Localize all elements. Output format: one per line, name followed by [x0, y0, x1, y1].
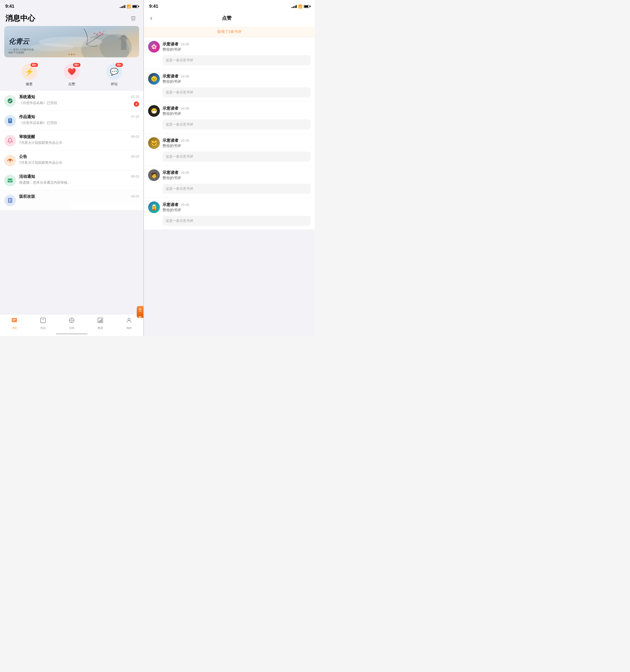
nav-activity[interactable]: 活动: [57, 317, 86, 330]
svg-point-5: [96, 33, 98, 35]
right-signal-icon: [291, 5, 297, 8]
right-status-icons: 📶: [291, 4, 309, 8]
nav-works-label: 作品: [40, 326, 46, 330]
review-date: 08-03: [131, 135, 139, 139]
like-user-info-3: 示意读者16:08 赞你的书评: [162, 106, 311, 116]
avatar-4: 🐱: [148, 137, 160, 149]
like-action-5: 赞你的书评: [162, 176, 311, 181]
banner[interactable]: 化青云 ——是何1.5万播冲分成 精彩千字[刷新]: [4, 26, 139, 57]
category-urge[interactable]: ⚡ 99+ 催更: [21, 64, 37, 87]
svg-rect-17: [9, 118, 9, 119]
category-row: ⚡ 99+ 催更 ❤️ 99+ 点赞 💬 99+ 评论: [0, 62, 143, 91]
system-icon: [4, 95, 16, 107]
banner-dot-2: [71, 54, 72, 55]
notif-review[interactable]: 审核提醒 7月星火计划拟获奖作品公示 08-03: [0, 130, 143, 150]
svg-text:😐: 😐: [151, 76, 158, 82]
svg-point-4: [99, 31, 101, 34]
trash-icon[interactable]: [129, 14, 138, 23]
messages-icon: [11, 317, 18, 325]
category-comment[interactable]: 💬 99+ 评论: [106, 64, 122, 87]
svg-point-13: [8, 98, 13, 103]
nav-data[interactable]: 数据: [86, 317, 115, 330]
svg-rect-34: [100, 320, 101, 322]
announce-icon: [4, 155, 16, 166]
left-status-bar: 9:41 📶: [0, 0, 143, 10]
left-panel: 9:41 📶 消息中心: [0, 0, 143, 336]
review-desc: 7月星火计划拟获奖作品公示: [19, 140, 139, 145]
system-desc: 《示意作品名称》已完结: [19, 101, 139, 105]
announce-date: 08-03: [131, 155, 139, 159]
system-unread: 2: [134, 101, 139, 107]
notif-work[interactable]: 作品通知 《示意作品名称》已完结 07-25: [0, 111, 143, 130]
left-status-icons: 📶: [120, 4, 138, 8]
right-status-bar: 9:41 📶: [144, 0, 315, 10]
notif-system[interactable]: 系统通知 《示意作品名称》已完结 07-25 2: [0, 91, 143, 111]
svg-text:🧝: 🧝: [151, 204, 158, 211]
avatar-2: 😐: [148, 73, 160, 85]
battery-icon: [132, 5, 138, 8]
svg-rect-24: [41, 318, 45, 323]
like-item-5[interactable]: 🧑 示意读者16:08 赞你的书评 这是一条示意书评: [144, 166, 315, 197]
like-action-4: 赞你的书评: [162, 144, 311, 148]
banner-title: 化青云: [8, 38, 29, 46]
activity-date: 08-03: [131, 175, 139, 178]
activity-desc: 很遗憾，您本次未通过内容审核。: [19, 180, 139, 185]
nav-activity-label: 活动: [69, 326, 74, 330]
signal-icon: [120, 5, 125, 8]
like-username-4: 示意读者16:08: [162, 138, 311, 143]
back-button[interactable]: ‹: [148, 13, 155, 23]
lightning-icon: ⚡: [25, 67, 34, 76]
notif-activity[interactable]: 活动通知 很遗憾，您本次未通过内容审核。 08-03: [0, 170, 143, 190]
like-action-2: 赞你的书评: [162, 79, 311, 84]
copyright-title: 版权改版: [19, 194, 139, 199]
like-item-1[interactable]: 🌸 示意读者16:08 赞你的书评 这是一条示意书评: [144, 37, 315, 69]
like-preview-1: 这是一条示意书评: [162, 55, 311, 65]
like-item-2-header: 😐 示意读者16:08 赞你的书评: [148, 73, 311, 85]
svg-point-7: [94, 33, 96, 34]
copyright-icon: [4, 195, 16, 206]
banner-dot-1: [68, 54, 70, 55]
nav-mine[interactable]: 我的: [115, 317, 143, 330]
svg-rect-18: [8, 178, 13, 183]
ai-float-button[interactable]: AI 助 手: [137, 306, 143, 318]
right-battery-icon: [304, 5, 309, 8]
svg-rect-35: [101, 319, 102, 322]
like-list: 🌸 示意读者16:08 赞你的书评 这是一条示意书评 😐 示意: [144, 37, 315, 336]
like-item-1-header: 🌸 示意读者16:08 赞你的书评: [148, 41, 311, 52]
notif-copyright[interactable]: 版权改版 08-03: [0, 190, 143, 210]
like-action-6: 赞你的书评: [162, 208, 311, 213]
right-panel: 9:41 📶 ‹ 点赞 新增了3条书评: [144, 0, 315, 336]
banner-art: 化青云 ——是何1.5万播冲分成 精彩千字[刷新]: [4, 26, 139, 57]
category-like[interactable]: ❤️ 99+ 点赞: [64, 64, 80, 87]
avatar-5: 🧑: [148, 169, 160, 181]
nav-works[interactable]: 作品: [29, 317, 57, 330]
svg-point-3: [101, 33, 104, 35]
works-icon: [40, 317, 46, 325]
svg-point-36: [128, 318, 130, 320]
like-item-3[interactable]: 😷 示意读者16:08 赞你的书评 这是一条示意书评: [144, 101, 315, 133]
new-notice-bar[interactable]: 新增了3条书评: [144, 27, 315, 37]
system-content: 系统通知 《示意作品名称》已完结: [19, 95, 139, 105]
like-item-4[interactable]: 🐱 示意读者16:08 赞你的书评 这是一条示意书评: [144, 134, 315, 165]
notif-announce[interactable]: 公告 7月星火计划拟获奖作品公示 08-03: [0, 150, 143, 170]
like-user-info-6: 示意读者16:08 赞你的书评: [162, 202, 311, 213]
copyright-content: 版权改版: [19, 194, 139, 200]
like-username-1: 示意读者16:08: [162, 42, 311, 47]
activity-title: 活动通知: [19, 174, 139, 179]
like-item-6[interactable]: 🧝 示意读者16:08 赞你的书评 这是一条示意书评: [144, 198, 315, 230]
nav-data-label: 数据: [98, 326, 103, 330]
announce-desc: 7月星火计划拟获奖作品公示: [19, 160, 139, 165]
like-user-info-5: 示意读者16:08 赞你的书评: [162, 170, 311, 181]
right-wifi-icon: 📶: [298, 4, 302, 8]
like-preview-2: 这是一条示意书评: [162, 87, 311, 97]
left-page-header: 消息中心: [0, 10, 143, 26]
svg-point-6: [103, 30, 104, 32]
like-item-2[interactable]: 😐 示意读者16:08 赞你的书评 这是一条示意书评: [144, 69, 315, 101]
mine-icon: [126, 317, 132, 325]
svg-rect-8: [121, 39, 126, 50]
announce-title: 公告: [19, 154, 139, 159]
svg-text:🐱: 🐱: [151, 140, 158, 146]
like-circle: ❤️ 99+: [64, 64, 80, 80]
nav-messages[interactable]: 消息: [0, 317, 29, 330]
review-title: 审核提醒: [19, 134, 139, 139]
